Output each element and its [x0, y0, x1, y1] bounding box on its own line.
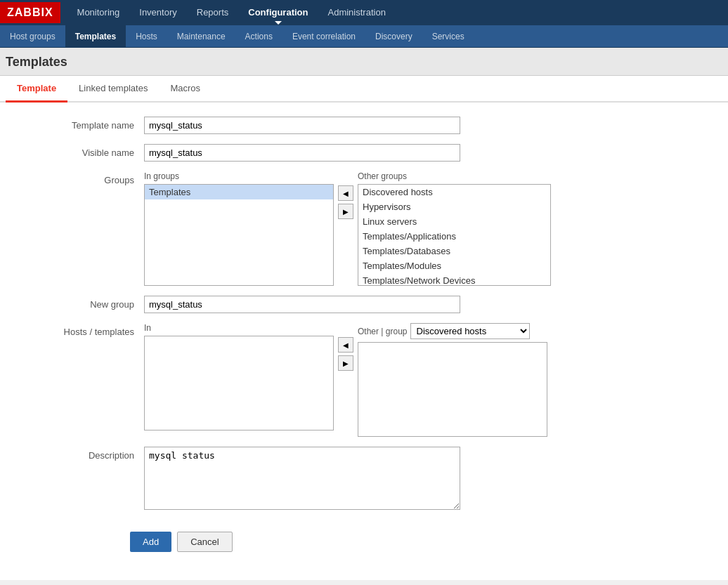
ht-in-list[interactable] — [144, 336, 334, 430]
nav-inventory[interactable]: Inventory — [129, 0, 186, 25]
other-group-discovered-hosts[interactable]: Discovered hosts — [358, 185, 550, 199]
new-group-input[interactable] — [144, 296, 460, 313]
ht-other-label-row: Other | group Discovered hosts Hyperviso… — [358, 323, 547, 339]
groups-content: In groups Templates ◀ ▶ Other groups Dis… — [144, 171, 551, 286]
logo: ZABBIX — [0, 2, 60, 23]
tabs: Template Linked templates Macros — [0, 76, 728, 103]
visible-name-field — [144, 144, 714, 162]
subnav-hosts[interactable]: Hosts — [126, 25, 167, 48]
new-group-label: New group — [14, 296, 144, 310]
sub-nav: Host groups Templates Hosts Maintenance … — [0, 25, 728, 48]
nav-configuration[interactable]: Configuration — [238, 0, 318, 25]
page-title-bar: Templates — [0, 48, 728, 76]
ht-move-right-button[interactable]: ▶ — [338, 355, 353, 371]
other-groups-list[interactable]: Discovered hosts Hypervisors Linux serve… — [358, 184, 551, 286]
hosts-templates-content: In ◀ ▶ Other | group Discovered hosts Hy… — [144, 323, 547, 437]
template-name-field — [144, 117, 714, 134]
subnav-discovery[interactable]: Discovery — [365, 25, 422, 48]
subnav-services[interactable]: Services — [422, 25, 474, 48]
hosts-templates-row: Hosts / templates In ◀ ▶ Other | group D… — [0, 323, 728, 437]
ht-move-left-button[interactable]: ◀ — [338, 337, 353, 353]
nav-reports[interactable]: Reports — [187, 0, 239, 25]
subnav-actions[interactable]: Actions — [235, 25, 282, 48]
move-right-button[interactable]: ▶ — [338, 204, 353, 219]
move-left-button[interactable]: ◀ — [338, 185, 353, 201]
new-group-row: New group — [0, 296, 728, 313]
in-groups-section: In groups Templates — [144, 171, 334, 286]
subnav-event-correlation[interactable]: Event correlation — [282, 25, 365, 48]
description-field: mysql status — [144, 447, 714, 512]
groups-arrows: ◀ ▶ — [334, 185, 358, 219]
visible-name-input[interactable] — [144, 144, 460, 162]
other-group-linux-servers[interactable]: Linux servers — [358, 214, 550, 229]
page-title: Templates — [6, 55, 67, 69]
other-group-templates-network-devices[interactable]: Templates/Network Devices — [358, 273, 550, 286]
ht-other-group-select[interactable]: Discovered hosts Hypervisors Linux serve… — [410, 323, 530, 339]
subnav-host-groups[interactable]: Host groups — [0, 25, 65, 48]
tab-template[interactable]: Template — [6, 76, 67, 103]
new-group-field — [144, 296, 714, 313]
main-content: Template name Visible name Groups In gro… — [0, 103, 728, 580]
cancel-button[interactable]: Cancel — [177, 532, 232, 552]
ht-other-group-label: Other | group — [358, 327, 408, 336]
hosts-templates-label: Hosts / templates — [14, 323, 144, 337]
other-groups-section: Other groups Discovered hosts Hypervisor… — [358, 171, 551, 286]
ht-in-label: In — [144, 323, 334, 333]
template-name-input[interactable] — [144, 117, 460, 134]
ht-arrows: ◀ ▶ — [334, 337, 358, 371]
template-name-label: Template name — [14, 117, 144, 131]
top-nav: ZABBIX Monitoring Inventory Reports Conf… — [0, 0, 728, 25]
tab-macros[interactable]: Macros — [159, 76, 212, 103]
other-group-templates-applications[interactable]: Templates/Applications — [358, 229, 550, 244]
description-row: Description mysql status — [0, 447, 728, 512]
button-row: Add Cancel — [0, 522, 728, 566]
template-name-row: Template name — [0, 117, 728, 134]
other-group-templates-modules[interactable]: Templates/Modules — [358, 258, 550, 273]
in-groups-list[interactable]: Templates — [144, 184, 334, 286]
other-groups-title: Other groups — [358, 171, 551, 181]
tab-linked-templates[interactable]: Linked templates — [67, 76, 159, 103]
in-groups-title: In groups — [144, 171, 334, 181]
nav-administration[interactable]: Administration — [318, 0, 396, 25]
nav-monitoring[interactable]: Monitoring — [67, 0, 130, 25]
description-textarea[interactable]: mysql status — [144, 447, 460, 510]
description-label: Description — [14, 447, 144, 461]
subnav-templates[interactable]: Templates — [65, 25, 126, 48]
ht-in-section: In — [144, 323, 334, 430]
ht-other-list[interactable] — [358, 342, 547, 437]
subnav-maintenance[interactable]: Maintenance — [167, 25, 235, 48]
add-button[interactable]: Add — [130, 532, 171, 552]
ht-other-section: Other | group Discovered hosts Hyperviso… — [358, 323, 547, 437]
in-group-templates[interactable]: Templates — [145, 185, 333, 199]
groups-row: Groups In groups Templates ◀ ▶ Other gro… — [0, 171, 728, 286]
visible-name-label: Visible name — [14, 144, 144, 158]
visible-name-row: Visible name — [0, 144, 728, 162]
groups-label: Groups — [14, 171, 144, 185]
other-group-templates-databases[interactable]: Templates/Databases — [358, 244, 550, 258]
other-group-hypervisors[interactable]: Hypervisors — [358, 199, 550, 214]
